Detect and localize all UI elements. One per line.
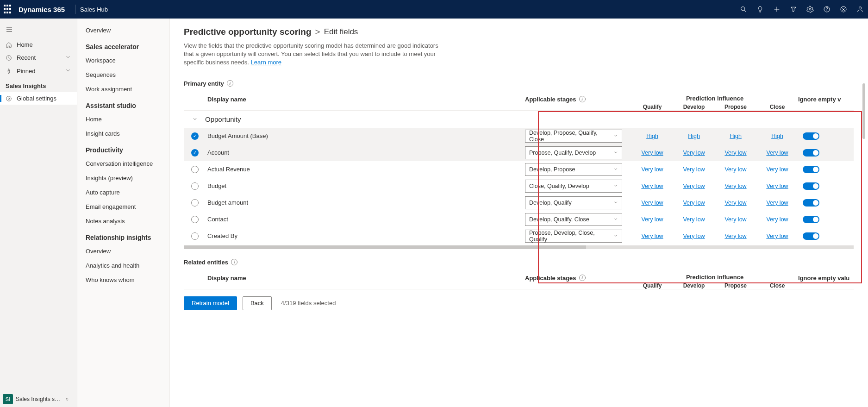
prediction-close-link[interactable]: Very low bbox=[756, 183, 798, 189]
row-checkbox[interactable] bbox=[191, 132, 199, 140]
secnav-home[interactable]: Home bbox=[77, 112, 169, 126]
search-icon[interactable] bbox=[739, 5, 748, 13]
col-display-name[interactable]: Display name bbox=[205, 274, 525, 282]
hamburger-icon[interactable] bbox=[0, 22, 77, 38]
prediction-close-link[interactable]: Very low bbox=[756, 166, 798, 173]
col-ignore-empty[interactable]: Ignore empty v bbox=[798, 95, 854, 103]
ignore-empty-toggle[interactable] bbox=[803, 216, 819, 223]
stage-select-value: Propose, Develop, Close, Qualify bbox=[529, 230, 613, 243]
nav-pinned[interactable]: Pinned bbox=[0, 64, 77, 78]
ignore-empty-toggle[interactable] bbox=[803, 199, 819, 207]
info-icon[interactable]: i bbox=[579, 96, 586, 102]
secnav-conversation-intelligence[interactable]: Conversation intelligence bbox=[77, 157, 169, 171]
info-icon[interactable]: i bbox=[227, 80, 233, 87]
col-applicable-stages[interactable]: Applicable stages i bbox=[525, 95, 631, 103]
prediction-qualify-link[interactable]: Very low bbox=[631, 233, 673, 239]
row-checkbox[interactable] bbox=[191, 199, 199, 207]
ignore-empty-toggle[interactable] bbox=[803, 182, 819, 190]
prediction-close-link[interactable]: Very low bbox=[756, 200, 798, 206]
vertical-scrollbar[interactable] bbox=[862, 83, 866, 361]
secnav-work-assignment[interactable]: Work assignment bbox=[77, 82, 169, 96]
prediction-propose-link[interactable]: High bbox=[715, 133, 756, 139]
learn-more-link[interactable]: Learn more bbox=[251, 59, 281, 66]
col-display-name[interactable]: Display name bbox=[205, 95, 525, 103]
help-icon[interactable] bbox=[823, 5, 831, 13]
applicable-stages-select[interactable]: Develop, Propose bbox=[525, 163, 622, 176]
applicable-stages-select[interactable]: Propose, Develop, Close, Qualify bbox=[525, 230, 622, 243]
prediction-propose-link[interactable]: Very low bbox=[715, 150, 756, 156]
field-name: Budget amount bbox=[205, 199, 525, 206]
settings-icon[interactable] bbox=[806, 5, 814, 13]
secnav-notes-analysis[interactable]: Notes analysis bbox=[77, 214, 169, 228]
area-switcher[interactable]: SI Sales Insights sett... bbox=[0, 391, 77, 407]
prediction-propose-link[interactable]: Very low bbox=[715, 200, 756, 206]
prediction-qualify-link[interactable]: Very low bbox=[631, 216, 673, 223]
row-checkbox[interactable] bbox=[191, 149, 199, 157]
ignore-empty-toggle[interactable] bbox=[803, 149, 819, 157]
col-ignore-empty[interactable]: Ignore empty valu bbox=[798, 274, 854, 282]
prediction-qualify-link[interactable]: Very low bbox=[631, 183, 673, 189]
app-launcher-icon[interactable] bbox=[4, 5, 13, 14]
applicable-stages-select[interactable]: Propose, Qualify, Develop bbox=[525, 146, 622, 159]
prediction-propose-link[interactable]: Very low bbox=[715, 183, 756, 189]
secnav-auto-capture[interactable]: Auto capture bbox=[77, 185, 169, 200]
info-icon[interactable]: i bbox=[231, 259, 237, 265]
prediction-close-link[interactable]: Very low bbox=[756, 150, 798, 156]
crumb-parent[interactable]: Predictive opportunity scoring bbox=[184, 27, 312, 37]
ignore-empty-toggle[interactable] bbox=[803, 166, 819, 173]
prediction-develop-link[interactable]: Very low bbox=[673, 233, 715, 239]
related-entities-table: Display name Applicable stages i Predict… bbox=[184, 270, 854, 290]
nav-global-settings[interactable]: Global settings bbox=[0, 92, 77, 105]
applicable-stages-select[interactable]: Develop, Qualify bbox=[525, 196, 622, 209]
prediction-qualify-link[interactable]: Very low bbox=[631, 200, 673, 206]
retrain-model-button[interactable]: Retrain model bbox=[184, 296, 237, 310]
filter-icon[interactable] bbox=[789, 5, 798, 13]
secnav-insight-cards[interactable]: Insight cards bbox=[77, 126, 169, 141]
row-checkbox[interactable] bbox=[191, 166, 199, 173]
secnav-analytics-health[interactable]: Analytics and health bbox=[77, 258, 169, 273]
applicable-stages-select[interactable]: Develop, Qualify, Close bbox=[525, 213, 622, 226]
group-row-opportunity[interactable]: Opportunity bbox=[184, 111, 854, 128]
prediction-close-link[interactable]: High bbox=[756, 133, 798, 139]
secnav-ri-overview[interactable]: Overview bbox=[77, 244, 169, 258]
ignore-empty-toggle[interactable] bbox=[803, 232, 819, 240]
col-propose: Propose bbox=[715, 104, 756, 110]
applicable-stages-select[interactable]: Develop, Propose, Qualify, Close bbox=[525, 130, 622, 143]
prediction-propose-link[interactable]: Very low bbox=[715, 216, 756, 223]
col-applicable-stages[interactable]: Applicable stages i bbox=[525, 274, 631, 282]
secnav-sequences[interactable]: Sequences bbox=[77, 68, 169, 82]
apps-icon[interactable] bbox=[839, 5, 848, 13]
prediction-qualify-link[interactable]: High bbox=[631, 133, 673, 139]
back-button[interactable]: Back bbox=[243, 296, 272, 310]
info-icon[interactable]: i bbox=[579, 275, 586, 281]
secnav-email-engagement[interactable]: Email engagement bbox=[77, 200, 169, 214]
horizontal-scrollbar[interactable] bbox=[184, 245, 854, 249]
row-checkbox[interactable] bbox=[191, 216, 199, 223]
ignore-empty-toggle[interactable] bbox=[803, 132, 819, 140]
prediction-qualify-link[interactable]: Very low bbox=[631, 166, 673, 173]
row-checkbox[interactable] bbox=[191, 232, 199, 240]
secnav-insights-preview[interactable]: Insights (preview) bbox=[77, 171, 169, 185]
prediction-develop-link[interactable]: Very low bbox=[673, 166, 715, 173]
secnav-who-knows-whom[interactable]: Who knows whom bbox=[77, 273, 169, 287]
secnav-workspace[interactable]: Workspace bbox=[77, 53, 169, 68]
applicable-stages-select[interactable]: Close, Qualify, Develop bbox=[525, 180, 622, 193]
lightbulb-icon[interactable] bbox=[756, 5, 764, 13]
prediction-qualify-link[interactable]: Very low bbox=[631, 150, 673, 156]
account-icon[interactable] bbox=[856, 5, 864, 13]
prediction-develop-link[interactable]: Very low bbox=[673, 183, 715, 189]
row-checkbox[interactable] bbox=[191, 182, 199, 190]
prediction-develop-link[interactable]: Very low bbox=[673, 150, 715, 156]
prediction-propose-link[interactable]: Very low bbox=[715, 166, 756, 173]
nav-recent[interactable]: Recent bbox=[0, 51, 77, 64]
secnav-overview[interactable]: Overview bbox=[77, 27, 169, 38]
prediction-close-link[interactable]: Very low bbox=[756, 233, 798, 239]
nav-home[interactable]: Home bbox=[0, 38, 77, 51]
prediction-develop-link[interactable]: Very low bbox=[673, 216, 715, 223]
prediction-close-link[interactable]: Very low bbox=[756, 216, 798, 223]
prediction-develop-link[interactable]: High bbox=[673, 133, 715, 139]
primary-entity-label: Primary entity i bbox=[184, 80, 854, 87]
add-icon[interactable] bbox=[773, 5, 781, 13]
prediction-propose-link[interactable]: Very low bbox=[715, 233, 756, 239]
prediction-develop-link[interactable]: Very low bbox=[673, 200, 715, 206]
